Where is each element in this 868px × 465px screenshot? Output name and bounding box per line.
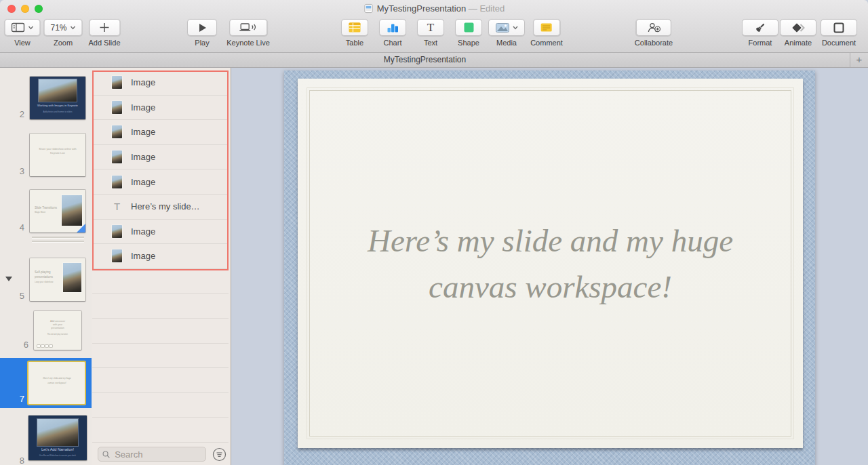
format-label: Format (742, 39, 778, 47)
slide-navigator: 2 Working with Images in Keynote Add pho… (0, 68, 92, 465)
object-row-label: Image (131, 127, 155, 137)
animate-button[interactable] (780, 19, 816, 36)
slide-number: 2 (0, 109, 24, 119)
object-row-label: Image (131, 102, 155, 113)
collaborate-label: Collaborate (635, 39, 673, 47)
object-row-label: Image (131, 177, 155, 187)
format-brush-icon (755, 22, 766, 33)
empty-row (92, 269, 229, 294)
object-row-image[interactable]: Image (92, 96, 229, 121)
slide-thumbnail-item-2[interactable]: 2 Working with Images in Keynote Add pho… (0, 77, 92, 120)
shape-toolbar-item: Shape (455, 19, 482, 47)
object-row-image[interactable]: Image (92, 70, 229, 96)
shape-icon (464, 22, 474, 33)
slide-thumbnail-item-3[interactable]: 3 Share your slideshow online with Keyno… (0, 134, 92, 177)
add-slide-toolbar-item: Add Slide (88, 19, 120, 47)
media-icon (496, 23, 509, 33)
slide-thumbnail[interactable]: Self-playing presentations Loop your sli… (30, 258, 85, 301)
text-box-icon: T (112, 201, 122, 212)
keynote-live-icon (239, 22, 256, 33)
tab-bar: MyTestingPresentation + (0, 53, 868, 68)
build-dots (37, 345, 52, 348)
zoom-label: Zoom (43, 39, 82, 47)
media-label: Media (488, 39, 525, 47)
object-row-label: Image (131, 77, 155, 87)
slide-number: 3 (0, 166, 24, 176)
zoom-toolbar-item: 71% Zoom (43, 19, 82, 47)
table-toolbar-item: Table (341, 19, 368, 47)
add-slide-button[interactable] (89, 19, 120, 36)
comment-button[interactable] (533, 19, 560, 36)
object-list-panel: Image Image Image Image Image (92, 68, 231, 465)
empty-row (92, 294, 229, 319)
object-row-image[interactable]: Image (92, 169, 229, 195)
photo-placeholder (63, 263, 81, 292)
format-toolbar-item: Format (742, 19, 778, 47)
collaborate-button[interactable] (636, 19, 671, 36)
play-label: Play (187, 39, 217, 47)
table-label: Table (341, 39, 368, 47)
object-row-image[interactable]: Image (92, 120, 229, 145)
slide-thumbnail[interactable]: Slide Transitions Magic Move (30, 190, 85, 232)
view-button[interactable] (5, 19, 41, 36)
search-field[interactable] (98, 447, 206, 462)
keynote-live-button[interactable] (229, 19, 267, 36)
chart-icon (387, 22, 399, 33)
collaborate-toolbar-item: Collaborate (635, 19, 673, 47)
tab-presentation[interactable]: MyTestingPresentation (0, 55, 850, 64)
slide-thumbnail-item-8[interactable]: 8 Let’s Add Narration! Use Record Slides… (0, 416, 92, 460)
transition-badge (77, 224, 85, 232)
document-button[interactable] (821, 19, 857, 36)
slide-thumbnail[interactable]: Working with Images in Keynote Add photo… (30, 77, 85, 119)
object-row-image[interactable]: Image (92, 244, 229, 269)
view-toolbar-item: View (5, 19, 41, 47)
chevron-down-icon (28, 26, 34, 30)
empty-row (92, 319, 229, 344)
slide-number: 5 (0, 291, 24, 301)
slide-thumbnail-item-4[interactable]: 4 Slide Transitions Magic Move (0, 190, 92, 233)
filter-icon[interactable] (212, 447, 226, 462)
object-row-text[interactable]: T Here’s my slide… (92, 195, 229, 220)
slide-background-border: Here’s my slide and my huge canvas works… (284, 70, 815, 465)
image-thumbnail-icon (112, 249, 122, 262)
photo-placeholder (62, 195, 82, 226)
disclosure-triangle-icon[interactable] (5, 277, 12, 281)
object-row-image[interactable]: Image (92, 145, 229, 170)
slide-paper: Here’s my slide and my huge canvas works… (298, 79, 803, 448)
shape-label: Shape (455, 39, 482, 47)
image-thumbnail-icon (112, 176, 122, 188)
object-row-image[interactable]: Image (92, 220, 229, 245)
chevron-down-icon (513, 26, 518, 30)
photo-placeholder (37, 419, 78, 446)
slide-title-textbox[interactable]: Here’s my slide and my huge canvas works… (298, 218, 803, 310)
slide-thumbnail[interactable]: Share your slideshow online with Keynote… (30, 134, 85, 176)
format-button[interactable] (742, 19, 778, 36)
slide-thumbnail-item-7-selected[interactable]: 7 Here’s my slide and my huge canvas wor… (0, 358, 92, 408)
slide-text-line-1: Here’s my slide and my huge (298, 218, 803, 264)
object-row-label: Image (131, 226, 155, 237)
table-button[interactable] (341, 19, 368, 36)
media-button[interactable] (488, 19, 525, 36)
shape-button[interactable] (455, 19, 482, 36)
comment-label: Comment (530, 39, 563, 47)
new-tab-button[interactable]: + (850, 53, 868, 67)
add-slide-label: Add Slide (88, 39, 120, 47)
empty-row (92, 368, 229, 393)
thumb-subtitle: Record and play narration (47, 333, 68, 336)
play-button[interactable] (187, 19, 217, 36)
thumb-title: canvas workspace! (47, 382, 66, 384)
chart-button[interactable] (379, 19, 406, 36)
slide-thumbnail[interactable]: Here’s my slide and my huge canvas works… (28, 362, 85, 404)
collaborate-icon (646, 22, 661, 33)
animate-diamond-icon (791, 23, 806, 33)
slide-thumbnail[interactable]: Let’s Add Narration! Use Record Slidesho… (28, 416, 87, 460)
edited-badge: — Edited (469, 3, 505, 14)
slide-thumbnail-item-6[interactable]: 6 Add voiceover with your presentation R… (0, 311, 92, 350)
slide-thumbnail-item-5[interactable]: 5 Self-playing presentations Loop your s… (0, 258, 92, 302)
slide-thumbnail[interactable]: Add voiceover with your presentation Rec… (34, 311, 81, 350)
search-input[interactable] (113, 449, 201, 460)
stacked-slides-edge (32, 241, 84, 242)
image-thumbnail-icon (112, 76, 122, 89)
text-button[interactable]: T (417, 19, 444, 36)
zoom-button[interactable]: 71% (43, 19, 82, 36)
